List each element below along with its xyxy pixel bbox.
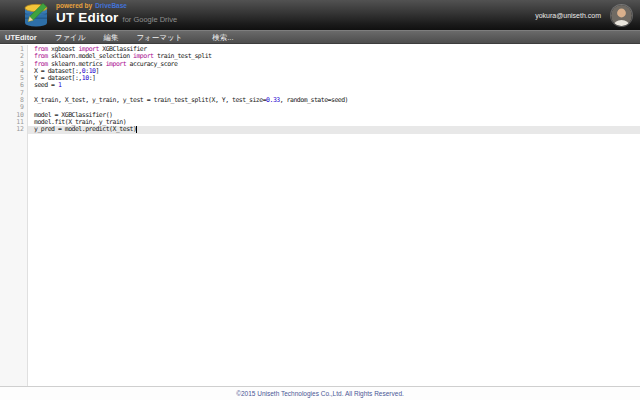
code-token: X_train, X_test, y_train, y_test = train… — [34, 96, 266, 104]
code-token: ] — [95, 67, 98, 75]
app-branding: powered byDriveBase UT Editor for Google… — [56, 2, 177, 28]
menu-bar: UTEditor ファイル 編集 フォーマット 検索... — [0, 30, 640, 44]
menu-uteditor[interactable]: UTEditor — [0, 31, 46, 44]
code-area[interactable]: from xgboost import XGBClassifierfrom sk… — [28, 45, 640, 386]
code-token: 10 — [82, 74, 89, 82]
code-token: import — [106, 60, 130, 68]
line-number: 12 — [0, 126, 24, 133]
menu-search[interactable]: 検索... — [203, 31, 242, 44]
code-editor[interactable]: 123456789101112 from xgboost import XGBC… — [0, 44, 640, 386]
database-pencil-icon — [21, 2, 51, 29]
app-window: powered byDriveBase UT Editor for Google… — [0, 0, 640, 400]
brand-link[interactable]: DriveBase — [95, 2, 127, 9]
user-avatar[interactable] — [611, 5, 632, 26]
text-cursor — [136, 126, 137, 132]
code-line[interactable]: X_train, X_test, y_train, y_test = train… — [28, 97, 640, 104]
code-line[interactable]: from sklearn.metrics import accuracy_sco… — [28, 61, 640, 68]
code-token: seed = — [34, 81, 58, 89]
code-line[interactable]: seed = 1 — [28, 82, 640, 89]
footer-copyright: ©2015 Uniseth Technologies Co.,Ltd. All … — [0, 386, 640, 400]
code-token: 1 — [58, 81, 61, 89]
code-token: :] — [89, 74, 96, 82]
powered-by-label: powered by — [56, 2, 92, 9]
app-subtitle: for Google Drive — [123, 12, 178, 28]
code-line[interactable]: X = dataset[:,0:10] — [28, 68, 640, 75]
code-line[interactable] — [28, 104, 640, 111]
code-line[interactable]: y_pred = model.predict(X_test) — [28, 126, 640, 133]
code-line[interactable]: Y = dataset[:,10:] — [28, 75, 640, 82]
code-token: 0.33 — [266, 96, 280, 104]
code-token: accuracy_score — [130, 60, 178, 68]
menu-edit[interactable]: 編集 — [94, 31, 127, 44]
app-title: UT Editor — [56, 10, 119, 26]
line-number-gutter: 123456789101112 — [0, 45, 28, 386]
menu-format[interactable]: フォーマット — [127, 31, 191, 44]
user-email[interactable]: yokura@uniseth.com — [535, 12, 601, 19]
app-header: powered byDriveBase UT Editor for Google… — [0, 0, 640, 30]
code-token: , random_state=seed) — [280, 96, 348, 104]
code-token: y_pred = model.predict(X_test) — [34, 126, 136, 134]
menu-file[interactable]: ファイル — [46, 31, 95, 44]
